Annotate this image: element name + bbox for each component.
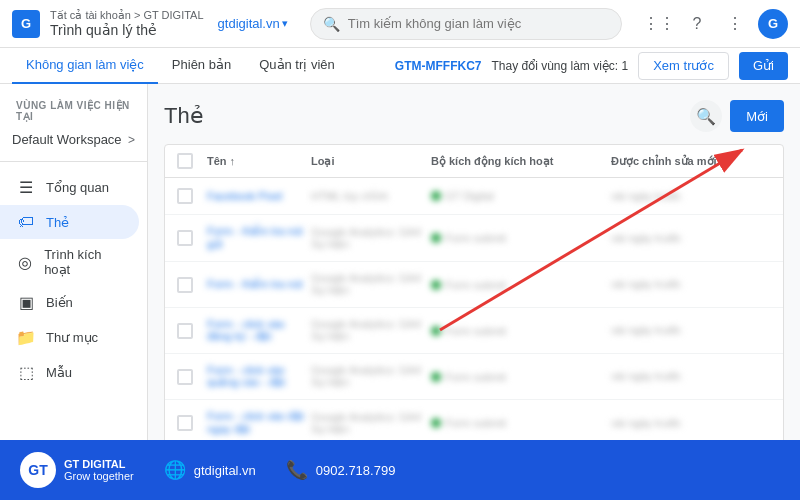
workspace-arrow-icon: > bbox=[128, 133, 135, 147]
table-row: Form - click vào đặt ngay đặt Google Ana… bbox=[165, 400, 783, 440]
select-all-checkbox[interactable] bbox=[177, 153, 193, 169]
footer-website: 🌐 gtdigital.vn bbox=[164, 459, 256, 481]
footer-brand-name: GT DIGITAL bbox=[64, 458, 134, 470]
row-checkbox[interactable] bbox=[177, 323, 193, 339]
footer-logo-mark: GT bbox=[20, 452, 56, 488]
search-icon: 🔍 bbox=[323, 16, 340, 32]
sidebar-item-folders[interactable]: 📁 Thư mục bbox=[0, 320, 139, 355]
domain-selector[interactable]: gtdigital.vn ▾ bbox=[218, 16, 288, 31]
tag-trigger: Form submit bbox=[431, 417, 611, 429]
trigger-icon: ◎ bbox=[16, 253, 34, 272]
col-type[interactable]: Loại bbox=[311, 155, 431, 168]
table-header: Tên ↑ Loại Bộ kích động kích hoạt Được c… bbox=[165, 145, 783, 178]
tag-name[interactable]: Form - click vào đăng ký - đặt bbox=[207, 318, 311, 343]
table-row: Form - Kiểm tra nút gửi Google Analytics… bbox=[165, 215, 783, 262]
search-input[interactable] bbox=[348, 16, 609, 31]
variable-icon: ▣ bbox=[16, 293, 36, 312]
header: G Tất cả tài khoản > GT DIGITAL Trình qu… bbox=[0, 0, 800, 48]
search-box[interactable]: 🔍 bbox=[310, 8, 622, 40]
navbar: Không gian làm việc Phiên bản Quản trị v… bbox=[0, 48, 800, 84]
table-row: Form - click vào đăng ký - đặt Google An… bbox=[165, 308, 783, 354]
sidebar-item-label: Thư mục bbox=[46, 330, 98, 345]
account-label: Tất cả tài khoản > GT DIGITAL bbox=[50, 9, 204, 22]
content-header: Thẻ 🔍 Mới bbox=[164, 100, 784, 132]
footer: GT GT DIGITAL Grow together 🌐 gtdigital.… bbox=[0, 440, 800, 500]
tag-name[interactable]: Form - click vào đặt ngay đặt bbox=[207, 410, 311, 436]
help-icon[interactable]: ? bbox=[682, 9, 712, 39]
main-layout: VÙNG LÀM VIỆC HIỆN TẠI Default Workspace… bbox=[0, 84, 800, 440]
content-area: Thẻ 🔍 Mới Tên ↑ Loại Bộ kích động kích h… bbox=[148, 84, 800, 440]
workspace-name: Default Workspace bbox=[12, 132, 122, 147]
sidebar-item-label: Tổng quan bbox=[46, 180, 109, 195]
sidebar-section-label: VÙNG LÀM VIỆC HIỆN TẠI bbox=[0, 92, 147, 126]
domain-arrow-icon: ▾ bbox=[282, 17, 288, 30]
submit-button[interactable]: Gửi bbox=[739, 52, 788, 80]
tag-type: Google Analytics: GA4 Sự kiện bbox=[311, 411, 431, 436]
app-logo: G bbox=[12, 10, 40, 38]
sidebar-item-tags[interactable]: 🏷 Thẻ bbox=[0, 205, 139, 239]
tag-trigger: Form submit bbox=[431, 279, 611, 291]
row-checkbox[interactable] bbox=[177, 188, 193, 204]
tag-type: Google Analytics: GA4 Sự kiện bbox=[311, 226, 431, 251]
app-title: Trình quản lý thẻ bbox=[50, 22, 204, 38]
footer-logo: GT GT DIGITAL Grow together bbox=[20, 452, 134, 488]
row-checkbox[interactable] bbox=[177, 369, 193, 385]
sidebar-item-label: Mẫu bbox=[46, 365, 72, 380]
tag-name[interactable]: Form - Kiểm tra nút bbox=[207, 278, 311, 291]
nav-right: GTM-MFFFKC7 Thay đổi vùng làm việc: 1 Xe… bbox=[395, 52, 788, 80]
tag-name[interactable]: Form - click vào quảng cáo - đặt bbox=[207, 364, 311, 389]
nav-item-version[interactable]: Phiên bản bbox=[158, 48, 245, 84]
sidebar-item-triggers[interactable]: ◎ Trình kích hoạt bbox=[0, 239, 139, 285]
tag-type: Google Analytics: GA4 Sự kiện bbox=[311, 364, 431, 389]
tag-trigger: GT Digital bbox=[431, 190, 611, 202]
tag-type: Google Analytics: GA4 Sự kiện bbox=[311, 318, 431, 343]
tag-icon: 🏷 bbox=[16, 213, 36, 231]
tag-name[interactable]: Form - Kiểm tra nút gửi bbox=[207, 225, 311, 251]
tags-table: Tên ↑ Loại Bộ kích động kích hoạt Được c… bbox=[164, 144, 784, 440]
tag-type: Google Analytics: GA4 Sự kiện bbox=[311, 272, 431, 297]
grid-icon[interactable]: ⋮⋮ bbox=[644, 9, 674, 39]
footer-phone: 📞 0902.718.799 bbox=[286, 459, 396, 481]
workspace-selector[interactable]: Default Workspace > bbox=[0, 126, 147, 153]
tag-modified: vài ngày trước bbox=[611, 417, 771, 430]
table-row: Form - click vào quảng cáo - đặt Google … bbox=[165, 354, 783, 400]
avatar[interactable]: G bbox=[758, 9, 788, 39]
sidebar-item-templates[interactable]: ⬚ Mẫu bbox=[0, 355, 139, 390]
more-icon[interactable]: ⋮ bbox=[720, 9, 750, 39]
table-row: Form - Kiểm tra nút Google Analytics: GA… bbox=[165, 262, 783, 308]
new-tag-button[interactable]: Mới bbox=[730, 100, 784, 132]
nav-left: Không gian làm việc Phiên bản Quản trị v… bbox=[12, 48, 395, 84]
phone-icon: 📞 bbox=[286, 459, 308, 481]
col-checkbox bbox=[177, 153, 207, 169]
nav-item-admin[interactable]: Quản trị viên bbox=[245, 48, 349, 84]
tag-modified: vài ngày trước bbox=[611, 370, 771, 383]
tag-modified: vài ngày trước bbox=[611, 232, 771, 245]
tag-trigger: Form submit bbox=[431, 325, 611, 337]
table-row: Facebook Pixel HTML tùy chỉnh GT Digital… bbox=[165, 178, 783, 215]
col-name[interactable]: Tên ↑ bbox=[207, 155, 311, 167]
tag-type: HTML tùy chỉnh bbox=[311, 190, 431, 203]
nav-item-workspace[interactable]: Không gian làm việc bbox=[12, 48, 158, 84]
template-icon: ⬚ bbox=[16, 363, 36, 382]
col-modified[interactable]: Được chỉnh sửa mới... bbox=[611, 155, 771, 168]
row-checkbox[interactable] bbox=[177, 277, 193, 293]
row-checkbox[interactable] bbox=[177, 415, 193, 431]
sidebar-item-overview[interactable]: ☰ Tổng quan bbox=[0, 170, 139, 205]
tag-name[interactable]: Facebook Pixel bbox=[207, 190, 311, 202]
row-checkbox[interactable] bbox=[177, 230, 193, 246]
tag-modified: vài ngày trước bbox=[611, 278, 771, 291]
workspace-change-label: Thay đổi vùng làm việc: 1 bbox=[491, 59, 628, 73]
tag-trigger: Form submit bbox=[431, 371, 611, 383]
sidebar-item-label: Biến bbox=[46, 295, 73, 310]
page-title: Thẻ bbox=[164, 103, 204, 129]
preview-button[interactable]: Xem trước bbox=[638, 52, 729, 80]
sidebar-item-variables[interactable]: ▣ Biến bbox=[0, 285, 139, 320]
folder-icon: 📁 bbox=[16, 328, 36, 347]
table-search-icon[interactable]: 🔍 bbox=[690, 100, 722, 132]
footer-brand-tagline: Grow together bbox=[64, 470, 134, 482]
col-trigger[interactable]: Bộ kích động kích hoạt bbox=[431, 155, 611, 168]
sidebar: VÙNG LÀM VIỆC HIỆN TẠI Default Workspace… bbox=[0, 84, 148, 440]
globe-icon: 🌐 bbox=[164, 459, 186, 481]
tag-modified: vài ngày trước bbox=[611, 324, 771, 337]
sidebar-divider bbox=[0, 161, 147, 162]
